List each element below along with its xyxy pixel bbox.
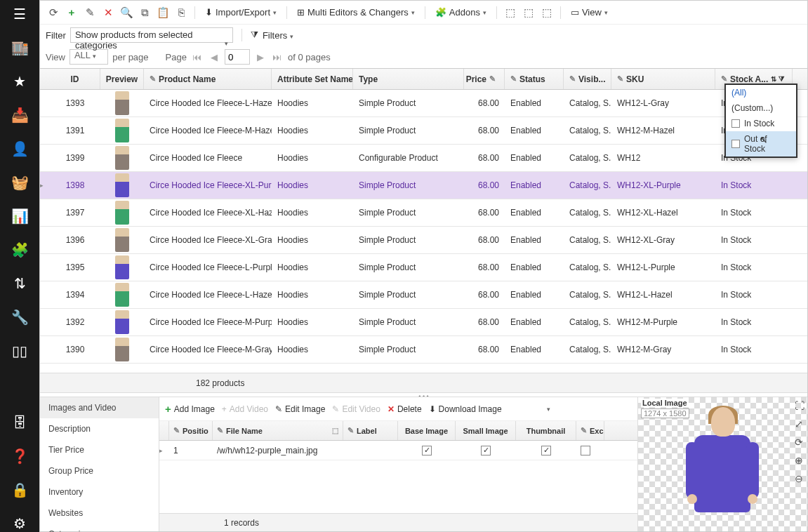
top-toolbar: ⟳ + ✎ ✕ 🔍 ⧉ 📋 ⎘ ⬇ Import/Export ▾ ⊞ Mult… (40, 1, 807, 25)
grid-body[interactable]: 1393Circe Hooded Ice Fleece-L-HazelHoodi… (40, 90, 807, 392)
edit-video-button[interactable]: ✎Edit Video (332, 404, 380, 414)
addons-menu[interactable]: 🧩 Addons ▾ (431, 6, 491, 19)
page-input[interactable] (225, 49, 250, 65)
table-row[interactable]: 1390Circe Hooded Ice Fleece-M-GrayHoodie… (40, 336, 807, 364)
col-visibility[interactable]: ✎Visib... (564, 69, 611, 89)
delete-button[interactable]: ✕Delete (388, 404, 422, 414)
col-label[interactable]: ✎Label (343, 421, 398, 440)
tab-images-and-video[interactable]: Images and Video (40, 397, 159, 418)
tab-tier-price[interactable]: Tier Price (40, 439, 159, 460)
table-row[interactable]: 1397Circe Hooded Ice Fleece-XL-HazelHood… (40, 199, 807, 227)
col-id[interactable]: ID (50, 69, 100, 89)
table-row[interactable]: 1396Circe Hooded Ice Fleece-XL-GrayHoodi… (40, 227, 807, 254)
transfer-icon[interactable]: ⇅ (11, 275, 28, 292)
filter-dropdown[interactable]: Show products from selected categories ▾ (70, 27, 233, 43)
lock-icon[interactable]: 🔒 (11, 481, 28, 498)
columns-toggle-icon[interactable]: ⬚ (539, 5, 555, 20)
col-attribute-set[interactable]: Attribute Set Name (272, 69, 353, 89)
filter-opt-in-stock[interactable]: In Stock (726, 116, 796, 131)
user-icon[interactable]: 👤 (11, 140, 28, 157)
import-export-menu[interactable]: ⬇ Import/Export ▾ (201, 6, 281, 19)
last-page-icon[interactable]: ⏭ (271, 52, 284, 62)
col-price[interactable]: Price✎ (464, 69, 505, 89)
table-row[interactable]: ▸1398Circe Hooded Ice Fleece-XL-PurpleHo… (40, 172, 807, 199)
cell-name: Circe Hooded Ice Fleece-L-Hazel (144, 281, 272, 308)
fullscreen-icon[interactable]: ⛶ (795, 400, 804, 411)
col-status[interactable]: ✎Status (505, 69, 564, 89)
menu-icon[interactable]: ☰ (11, 6, 28, 22)
columns-icon[interactable]: ▯▯ (11, 343, 28, 359)
funnel-icon[interactable]: ⧩ (251, 29, 258, 41)
chevron-down-icon: ▾ (93, 53, 96, 60)
search-icon[interactable]: 🔍 (119, 5, 134, 20)
copy-icon[interactable]: ⧉ (137, 5, 152, 20)
sort-desc-icon[interactable]: ⬚ (521, 5, 536, 20)
col-sku[interactable]: ✎SKU (611, 69, 715, 89)
table-row[interactable]: 1391Circe Hooded Ice Fleece-M-HazelHoodi… (40, 117, 807, 145)
refresh-icon[interactable]: ⟳ (795, 437, 804, 448)
chart-icon[interactable]: 📊 (11, 208, 28, 225)
delete-icon[interactable]: ✕ (100, 5, 116, 20)
table-row[interactable]: 1399Circe Hooded Ice FleeceHoodiesConfig… (40, 145, 807, 172)
inbox-icon[interactable]: 📥 (11, 107, 28, 124)
zoom-in-icon[interactable]: ⊕ (795, 455, 804, 466)
small-checkbox[interactable]: ✓ (481, 446, 491, 455)
download-image-button[interactable]: ⬇Download Image▾ (429, 404, 550, 414)
col-small-image[interactable]: Small Image (456, 421, 516, 440)
cell-type: Simple Product (353, 254, 464, 281)
col-exclude[interactable]: ✎Exc (576, 421, 604, 440)
prev-page-icon[interactable]: ◀ (208, 52, 220, 62)
filter-opt-custom[interactable]: (Custom...) (726, 100, 796, 116)
duplicate-icon[interactable]: ⎘ (173, 5, 189, 20)
wrench-icon[interactable]: 🔧 (11, 309, 28, 326)
col-base-image[interactable]: Base Image (398, 421, 456, 440)
add-video-button[interactable]: +Add Video (222, 404, 268, 414)
checkbox-icon[interactable] (731, 119, 740, 128)
gear-icon[interactable]: ⚙ (11, 515, 28, 532)
filter-opt-all[interactable]: (All) (726, 85, 796, 100)
col-preview[interactable]: Preview (100, 69, 144, 89)
first-page-icon[interactable]: ⏮ (191, 52, 204, 62)
exclude-checkbox[interactable] (581, 446, 590, 455)
col-product-name[interactable]: ✎Product Name (144, 69, 272, 89)
tab-description[interactable]: Description (40, 418, 159, 439)
thumb-checkbox[interactable]: ✓ (541, 446, 551, 455)
puzzle-icon[interactable]: 🧩 (11, 241, 28, 258)
edit-image-button[interactable]: ✎Edit Image (275, 404, 325, 414)
table-row[interactable]: 1392Circe Hooded Ice Fleece-M-PurpleHood… (40, 309, 807, 336)
tab-categories[interactable]: Categories (40, 524, 159, 532)
add-image-button[interactable]: +Add Image (165, 403, 215, 415)
base-checkbox[interactable]: ✓ (422, 446, 432, 455)
tab-group-price[interactable]: Group Price (40, 460, 159, 481)
basket-icon[interactable]: 🧺 (11, 174, 28, 191)
sort-asc-icon[interactable]: ⬚ (503, 5, 518, 20)
table-row[interactable]: 1394Circe Hooded Ice Fleece-L-HazelHoodi… (40, 281, 807, 309)
table-row[interactable]: 1393Circe Hooded Ice Fleece-L-HazelHoodi… (40, 90, 807, 117)
zoom-out-icon[interactable]: ⊖ (795, 473, 804, 484)
archive-icon[interactable]: 🗄 (11, 414, 28, 431)
expand-icon[interactable]: ⤢ (795, 418, 804, 430)
checkbox-icon[interactable] (731, 140, 740, 148)
star-icon[interactable]: ★ (11, 73, 28, 90)
paste-icon[interactable]: 📋 (155, 5, 171, 20)
multi-editors-menu[interactable]: ⊞ Multi Editors & Changers ▾ (293, 6, 419, 19)
edit-icon[interactable]: ✎ (82, 5, 98, 20)
table-row[interactable]: 1395Circe Hooded Ice Fleece-L-PurpleHood… (40, 254, 807, 281)
filters-menu[interactable]: Filters ▾ (263, 30, 293, 41)
cell-sku: WH12-L-Gray (611, 90, 715, 117)
col-type[interactable]: Type (353, 69, 464, 89)
col-position[interactable]: ✎Positio (169, 421, 213, 440)
store-icon[interactable]: 🏬 (11, 39, 28, 56)
detail-row[interactable]: ▸ 1 /w/h/wh12-purple_main.jpg ✓ ✓ ✓ (159, 441, 637, 460)
tab-websites[interactable]: Websites (40, 503, 159, 524)
help-icon[interactable]: ❓ (11, 448, 28, 465)
col-file-name[interactable]: ✎File Name⬚ (213, 421, 343, 440)
tab-inventory[interactable]: Inventory (40, 481, 159, 503)
view-per-page-select[interactable]: ALL ▾ (69, 49, 108, 65)
cell-preview (100, 172, 144, 199)
add-icon[interactable]: + (64, 5, 79, 20)
col-thumbnail[interactable]: Thumbnail (516, 421, 576, 440)
next-page-icon[interactable]: ▶ (254, 52, 267, 62)
refresh-icon[interactable]: ⟳ (46, 5, 61, 20)
view-menu[interactable]: ▭ View ▾ (567, 6, 612, 19)
